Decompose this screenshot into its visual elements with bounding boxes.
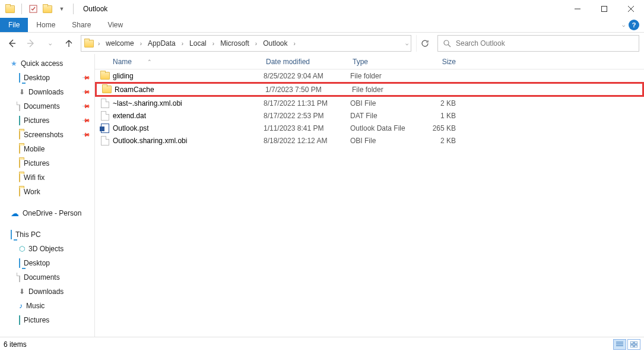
main-area: ★ Quick access Desktop📌⬇Downloads📌Docume…	[0, 54, 644, 337]
address-row: ⌵ › welcome › AppData › Local › Microsof…	[0, 33, 644, 54]
column-type[interactable]: Type	[350, 58, 424, 66]
sidebar-quick-access[interactable]: ★ Quick access	[0, 56, 94, 71]
separator	[73, 4, 74, 14]
sidebar-item[interactable]: Desktop📌	[0, 71, 94, 85]
forward-button[interactable]	[24, 36, 38, 50]
file-type: OBI File	[350, 99, 424, 107]
sidebar-item[interactable]: Pictures	[0, 313, 94, 327]
file-icon	[100, 136, 110, 146]
file-row[interactable]: Outlook.sharing.xml.obi8/18/2022 12:12 A…	[95, 134, 644, 147]
svg-rect-12	[630, 341, 633, 344]
music-icon: ♪	[19, 302, 23, 310]
pic-icon	[19, 316, 20, 324]
tab-view[interactable]: View	[99, 18, 131, 32]
breadcrumb[interactable]: Microsoft	[218, 37, 252, 49]
folder-icon	[19, 173, 20, 182]
file-row[interactable]: extend.dat8/17/2022 2:53 PMDAT File1 KB	[95, 109, 644, 122]
svg-rect-14	[630, 345, 633, 347]
qat-dropdown-icon[interactable]: ▼	[56, 4, 67, 14]
thumbnails-view-button[interactable]	[627, 339, 640, 350]
pin-icon: 📌	[82, 102, 91, 111]
file-row[interactable]: Outlook.pst1/11/2023 8:41 PMOutlook Data…	[95, 122, 644, 134]
chevron-right-icon[interactable]: ›	[97, 40, 101, 47]
back-button[interactable]	[5, 36, 19, 50]
sidebar-item-label: Desktop	[24, 74, 50, 82]
sidebar-onedrive[interactable]: ☁ OneDrive - Person	[0, 206, 94, 220]
chevron-right-icon[interactable]: ›	[180, 40, 185, 47]
navigation-sidebar[interactable]: ★ Quick access Desktop📌⬇Downloads📌Docume…	[0, 54, 95, 337]
svg-rect-15	[635, 345, 637, 347]
file-type: Outlook Data File	[350, 124, 424, 132]
ribbon-expand-icon[interactable]: ⌵	[622, 22, 625, 28]
sidebar-item-label: Pictures	[24, 159, 49, 167]
sidebar-item-label: Documents	[24, 102, 60, 110]
column-date[interactable]: Date modified	[264, 58, 350, 66]
sidebar-item[interactable]: ⬡3D Objects	[0, 242, 94, 256]
qat-newfolder-icon[interactable]	[42, 4, 53, 14]
sidebar-item[interactable]: Screenshots📌	[0, 128, 94, 142]
chevron-right-icon[interactable]: ›	[139, 40, 143, 47]
sidebar-item[interactable]: Documents📌	[0, 99, 94, 113]
file-icon	[19, 273, 20, 282]
refresh-button[interactable]	[416, 35, 433, 52]
chevron-right-icon[interactable]: ›	[293, 40, 297, 47]
star-icon: ★	[11, 59, 17, 68]
file-name: Outlook.pst	[110, 124, 264, 132]
sidebar-item[interactable]: Wifi fix	[0, 170, 94, 185]
close-button[interactable]	[617, 0, 644, 18]
tab-file[interactable]: File	[0, 18, 28, 32]
chevron-right-icon[interactable]: ›	[211, 40, 215, 47]
file-row[interactable]: RoamCache1/7/2023 7:50 PMFile folder	[95, 82, 644, 97]
details-view-button[interactable]	[613, 339, 626, 350]
pc-icon	[11, 230, 12, 239]
file-list[interactable]: gliding8/25/2022 9:04 AMFile folderRoamC…	[95, 69, 644, 337]
sidebar-item[interactable]: Pictures	[0, 156, 94, 170]
address-bar[interactable]: › welcome › AppData › Local › Microsoft …	[81, 35, 411, 52]
folder-icon	[19, 188, 20, 196]
tab-home[interactable]: Home	[28, 18, 64, 32]
sidebar-item[interactable]: Documents	[0, 270, 94, 284]
column-label: Name	[113, 58, 132, 66]
qat-properties-icon[interactable]	[28, 4, 39, 14]
help-icon[interactable]: ?	[629, 20, 639, 30]
sidebar-item[interactable]: Mobile	[0, 142, 94, 156]
sidebar-this-pc[interactable]: This PC	[0, 227, 94, 242]
sidebar-item-label: Downloads	[28, 287, 64, 296]
breadcrumb[interactable]: Outlook	[261, 37, 290, 49]
column-size[interactable]: Size	[424, 58, 461, 66]
window-title: Outlook	[83, 5, 107, 13]
file-row[interactable]: gliding8/25/2022 9:04 AMFile folder	[95, 69, 644, 82]
file-size: 2 KB	[424, 99, 461, 107]
sidebar-item[interactable]: ⬇Downloads	[0, 284, 94, 299]
minimize-button[interactable]	[564, 0, 591, 18]
search-input[interactable]	[456, 39, 634, 48]
sidebar-item[interactable]: Work	[0, 185, 94, 199]
file-row[interactable]: ~last~.sharing.xml.obi8/17/2022 11:31 PM…	[95, 97, 644, 109]
breadcrumb[interactable]: AppData	[145, 37, 178, 49]
pin-icon: 📌	[82, 74, 91, 83]
chevron-right-icon[interactable]: ›	[254, 40, 258, 47]
recent-dropdown-icon[interactable]: ⌵	[43, 36, 57, 50]
content-pane: Name⌃ Date modified Type Size gliding8/2…	[95, 54, 644, 337]
sidebar-item-label: Pictures	[24, 316, 49, 324]
folder-icon	[100, 72, 110, 80]
sidebar-item-label: Screenshots	[24, 131, 64, 139]
file-type: File folder	[352, 86, 426, 94]
sidebar-item[interactable]: Desktop	[0, 256, 94, 270]
file-type: DAT File	[350, 112, 424, 120]
breadcrumb[interactable]: welcome	[103, 37, 136, 49]
sidebar-item[interactable]: ♪Music	[0, 299, 94, 313]
address-dropdown-icon[interactable]: ⌵	[405, 40, 408, 46]
sidebar-item-label: Pictures	[24, 116, 49, 125]
up-button[interactable]	[62, 36, 76, 50]
obj3d-icon: ⬡	[19, 245, 25, 253]
sidebar-item[interactable]: Pictures📌	[0, 113, 94, 128]
search-icon	[443, 39, 451, 48]
search-box[interactable]	[437, 35, 639, 52]
breadcrumb[interactable]: Local	[187, 37, 209, 49]
cloud-icon: ☁	[11, 208, 19, 218]
tab-share[interactable]: Share	[64, 18, 99, 32]
sidebar-item[interactable]: ⬇Downloads📌	[0, 85, 94, 99]
maximize-button[interactable]	[591, 0, 617, 18]
column-name[interactable]: Name⌃	[110, 58, 264, 66]
